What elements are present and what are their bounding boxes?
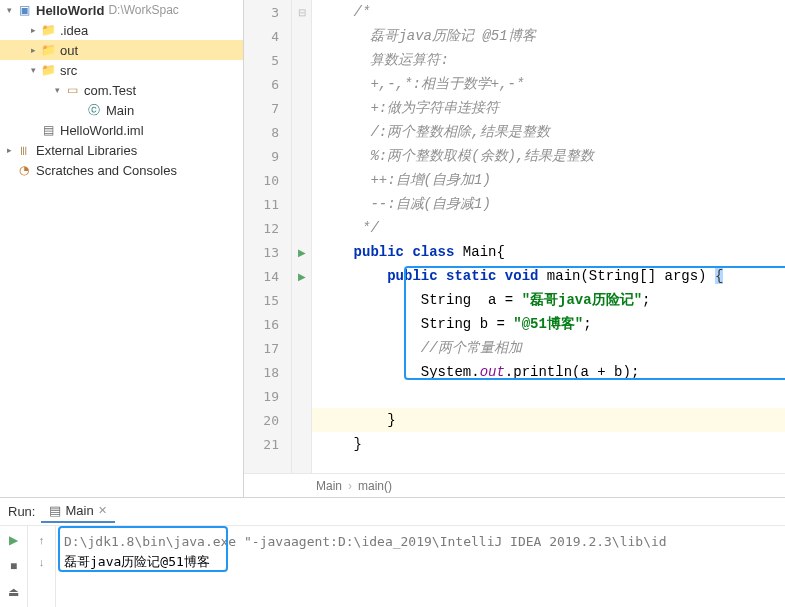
line-number: 5 (244, 48, 279, 72)
chevron-right-icon: ▸ (4, 145, 14, 155)
folder-out-label: out (60, 43, 78, 58)
package[interactable]: ▾ ▭ com.Test (0, 80, 243, 100)
code-text: +,-,*:相当于数学+,-* (320, 76, 524, 92)
scratches[interactable]: ◔ Scratches and Consoles (0, 160, 243, 180)
line-number: 15 (244, 288, 279, 312)
line-gutter[interactable]: 3 4 5 6 7 8 9 10 11 12 13 14 15 16 17 18… (244, 0, 292, 473)
line-number: 12 (244, 216, 279, 240)
code-text: Main{ (454, 244, 504, 260)
code-string: "@51博客" (513, 316, 583, 332)
file-iml-label: HelloWorld.iml (60, 123, 144, 138)
code-text: ; (642, 292, 650, 308)
run-class-icon[interactable]: ▶ (298, 247, 306, 258)
editor-content[interactable]: /* 磊哥java历险记 @51博客 算数运算符: +,-,*:相当于数学+,-… (312, 0, 785, 473)
breadcrumb-item[interactable]: Main (316, 479, 342, 493)
down-button[interactable]: ↓ (32, 552, 52, 572)
run-main-icon[interactable]: ▶ (298, 271, 306, 282)
line-number: 10 (244, 168, 279, 192)
code-text: String b = (320, 316, 513, 332)
library-icon: ⫼ (16, 142, 32, 158)
line-number: 6 (244, 72, 279, 96)
code-text: ; (583, 316, 591, 332)
application-icon: ▤ (49, 503, 61, 518)
code-keyword: public class (354, 244, 455, 260)
folder-icon: 📁 (40, 42, 56, 58)
close-icon[interactable]: ✕ (98, 504, 107, 517)
file-icon: ▤ (40, 122, 56, 138)
class-main-label: Main (106, 103, 134, 118)
code-text: } (320, 412, 396, 428)
project-root-path: D:\WorkSpac (108, 3, 178, 17)
run-panel: Run: ▤ Main ✕ ▶ ■ ⏏ ↑ ↓ D:\jdk1.8\bin\ja… (0, 497, 785, 607)
line-number: 21 (244, 432, 279, 456)
chevron-down-icon: ▾ (52, 85, 62, 95)
run-header: Run: ▤ Main ✕ (0, 498, 785, 526)
chevron-right-icon: › (348, 479, 352, 493)
project-root-label: HelloWorld (36, 3, 104, 18)
breadcrumb[interactable]: Main › main() (244, 473, 785, 497)
code-string: "磊哥java历险记" (522, 292, 642, 308)
code-text: --:自减(自身减1) (320, 196, 491, 212)
folder-src[interactable]: ▾ 📁 src (0, 60, 243, 80)
chevron-down-icon: ▾ (28, 65, 38, 75)
code-field: out (480, 364, 505, 380)
code-text: /* (320, 4, 370, 20)
code-text: +:做为字符串连接符 (320, 100, 499, 116)
line-number: 11 (244, 192, 279, 216)
line-number: 14 (244, 264, 279, 288)
folder-icon: 📁 (40, 62, 56, 78)
scratch-icon: ◔ (16, 162, 32, 178)
code-text: } (320, 436, 362, 452)
code-text: String a = (320, 292, 522, 308)
class-main[interactable]: ⓒ Main (0, 100, 243, 120)
scratches-label: Scratches and Consoles (36, 163, 177, 178)
package-label: com.Test (84, 83, 136, 98)
marker-column[interactable]: ⊟ ▶ ▶ (292, 0, 312, 473)
run-tab[interactable]: ▤ Main ✕ (41, 500, 114, 523)
run-tab-label: Main (65, 503, 93, 518)
line-number: 18 (244, 360, 279, 384)
project-tree[interactable]: ▾ ▣ HelloWorld D:\WorkSpac ▸ 📁 .idea ▸ 📁… (0, 0, 244, 497)
folder-out[interactable]: ▸ 📁 out (0, 40, 243, 60)
code-text: %:两个整数取模(余数),结果是整数 (320, 148, 594, 164)
line-number: 19 (244, 384, 279, 408)
line-number: 9 (244, 144, 279, 168)
fold-icon[interactable]: ⊟ (298, 7, 306, 18)
up-button[interactable]: ↑ (32, 530, 52, 550)
run-output[interactable]: D:\jdk1.8\bin\java.exe "-javaagent:D:\id… (56, 526, 785, 607)
exit-button[interactable]: ⏏ (4, 582, 24, 602)
code-text: ++:自增(自身加1) (320, 172, 491, 188)
external-libraries[interactable]: ▸ ⫼ External Libraries (0, 140, 243, 160)
stop-button[interactable]: ■ (4, 556, 24, 576)
code-text: /:两个整数相除,结果是整数 (320, 124, 550, 140)
line-number: 13 (244, 240, 279, 264)
line-number: 20 (244, 408, 279, 432)
project-root[interactable]: ▾ ▣ HelloWorld D:\WorkSpac (0, 0, 243, 20)
folder-src-label: src (60, 63, 77, 78)
code-text: 磊哥java历险记 @51博客 (320, 28, 536, 44)
line-number: 3 (244, 0, 279, 24)
file-iml[interactable]: ▤ HelloWorld.iml (0, 120, 243, 140)
run-command: D:\jdk1.8\bin\java.exe "-javaagent:D:\id… (64, 532, 777, 552)
folder-idea-label: .idea (60, 23, 88, 38)
code-text: main(String[] args) (538, 268, 714, 284)
run-output-line: 磊哥java历险记@51博客 (64, 552, 777, 572)
code-keyword: public static void (387, 268, 538, 284)
code-text (320, 268, 387, 284)
package-icon: ▭ (64, 82, 80, 98)
run-toolbar: ▶ ■ ⏏ (0, 526, 28, 607)
code-text: */ (320, 220, 379, 236)
line-number: 17 (244, 336, 279, 360)
folder-icon: 📁 (40, 22, 56, 38)
chevron-right-icon: ▸ (28, 45, 38, 55)
chevron-down-icon: ▾ (4, 5, 14, 15)
code-comment: //两个常量相加 (320, 340, 522, 356)
folder-idea[interactable]: ▸ 📁 .idea (0, 20, 243, 40)
breadcrumb-item[interactable]: main() (358, 479, 392, 493)
module-icon: ▣ (16, 2, 32, 18)
class-icon: ⓒ (86, 102, 102, 118)
line-number: 8 (244, 120, 279, 144)
code-text: { (715, 268, 723, 284)
editor: 3 4 5 6 7 8 9 10 11 12 13 14 15 16 17 18… (244, 0, 785, 497)
rerun-button[interactable]: ▶ (4, 530, 24, 550)
